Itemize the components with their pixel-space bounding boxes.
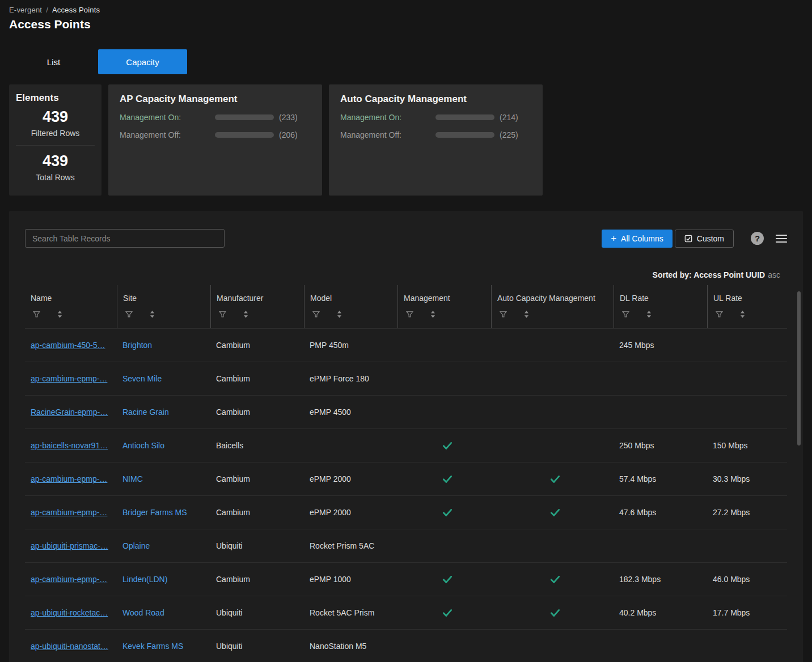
table-row: ap-baicells-novar91… Antioch Silo Baicel… (25, 428, 787, 462)
sort-icon[interactable] (646, 310, 652, 319)
ap-capacity-card-title: AP Capacity Management (120, 94, 311, 105)
auto-capacity-check-icon (549, 607, 561, 618)
column-header-name[interactable]: Name (25, 285, 117, 328)
ul-rate-cell: 17.7 Mbps (713, 608, 750, 617)
ap-name-link[interactable]: ap-cambium-450-5… (31, 341, 105, 350)
sort-icon[interactable] (57, 310, 62, 319)
ap-name-link[interactable]: RacineGrain-epmp-… (31, 408, 108, 417)
auto-capacity-check-icon (549, 473, 561, 485)
ap-name-link[interactable]: ap-cambium-epmp-… (31, 508, 107, 517)
manufacturer-cell: Baicells (216, 441, 243, 450)
dl-rate-cell: 250 Mbps (619, 441, 654, 450)
ap-name-link[interactable]: ap-ubiquiti-rocketac… (31, 608, 108, 617)
filter-icon[interactable] (312, 311, 320, 318)
column-header-manufacturer[interactable]: Manufacturer (210, 285, 304, 328)
sort-icon[interactable] (430, 310, 435, 319)
table-row: ap-ubiquiti-nanostat… Kevek Farms MS Ubi… (25, 629, 787, 662)
menu-icon[interactable] (776, 234, 787, 243)
plus-icon: + (611, 234, 616, 243)
column-label: Auto Capacity Management (497, 294, 610, 303)
filter-icon[interactable] (622, 311, 629, 318)
model-cell: ePMP 4500 (310, 408, 351, 417)
ap-name-link[interactable]: ap-ubiquiti-prismac-… (31, 541, 108, 550)
column-label: Site (123, 294, 207, 303)
column-header-management[interactable]: Management (397, 285, 491, 328)
management-on-bar (215, 114, 274, 120)
column-header-model[interactable]: Model (304, 285, 397, 328)
auto-management-on-label: Management On: (340, 113, 435, 122)
column-header-site[interactable]: Site (117, 285, 210, 328)
sorted-by: Sorted by: Access Point UUIDasc (25, 270, 787, 281)
auto-management-off-label: Management Off: (340, 130, 435, 139)
model-cell: ePMP 2000 (310, 474, 351, 483)
site-link[interactable]: NIMC (122, 474, 143, 483)
model-cell: Rocket 5AC Prism (310, 608, 374, 617)
ap-name-link[interactable]: ap-baicells-novar91… (31, 441, 108, 450)
model-cell: ePMP 2000 (310, 508, 351, 517)
table-panel: + All Columns Custom ? Sorted by: Access… (9, 211, 803, 662)
site-link[interactable]: Racine Grain (122, 408, 169, 417)
column-header-ul-rate[interactable]: UL Rate (707, 285, 792, 328)
column-label: Name (31, 294, 113, 303)
manufacturer-cell: Cambium (216, 374, 250, 383)
manufacturer-cell: Ubiquiti (216, 642, 243, 651)
site-link[interactable]: Seven Mile (122, 374, 162, 383)
ap-capacity-off-row: Management Off: (206) (120, 130, 311, 140)
dl-rate-cell: 47.6 Mbps (619, 508, 656, 517)
manufacturer-cell: Ubiquiti (216, 541, 243, 550)
auto-capacity-on-row: Management On: (214) (340, 112, 531, 122)
all-columns-button[interactable]: + All Columns (602, 230, 673, 248)
column-header-dl-rate[interactable]: DL Rate (614, 285, 707, 328)
ul-rate-cell: 27.2 Mbps (713, 508, 750, 517)
auto-management-on-count: (214) (500, 113, 518, 122)
filter-icon[interactable] (125, 311, 133, 318)
view-tabs: List Capacity (9, 49, 803, 74)
tab-capacity[interactable]: Capacity (98, 49, 187, 74)
filtered-rows-label: Filtered Rows (16, 129, 95, 138)
sort-icon[interactable] (243, 310, 248, 319)
page-title: Access Points (9, 18, 803, 31)
sort-icon[interactable] (740, 310, 745, 319)
filter-icon[interactable] (33, 311, 40, 318)
column-header-auto-capacity-management[interactable]: Auto Capacity Management (491, 285, 614, 328)
custom-label: Custom (697, 234, 724, 243)
site-link[interactable]: Wood Road (122, 608, 164, 617)
site-link[interactable]: Brighton (122, 341, 152, 350)
sort-icon[interactable] (524, 310, 529, 319)
sort-icon[interactable] (337, 310, 342, 319)
ap-name-link[interactable]: ap-cambium-epmp-… (31, 474, 107, 483)
breadcrumb-root[interactable]: E-vergent (9, 6, 42, 14)
custom-columns-button[interactable]: Custom (675, 230, 734, 248)
auto-management-on-bar (435, 114, 494, 120)
sort-icon[interactable] (150, 310, 155, 319)
management-on-label: Management On: (120, 113, 215, 122)
filter-icon[interactable] (406, 311, 413, 318)
management-on-count: (233) (279, 113, 298, 122)
column-label: DL Rate (620, 294, 704, 303)
filter-icon[interactable] (219, 311, 226, 318)
auto-capacity-check-icon (549, 507, 561, 518)
table-scrollbar[interactable] (797, 291, 801, 662)
filter-icon[interactable] (716, 311, 723, 318)
ul-rate-cell: 30.3 Mbps (713, 474, 750, 483)
filter-icon[interactable] (500, 311, 507, 318)
site-link[interactable]: Kevek Farms MS (122, 642, 183, 651)
management-off-bar (215, 132, 274, 138)
ap-name-link[interactable]: ap-ubiquiti-nanostat… (31, 642, 108, 651)
ap-capacity-card: AP Capacity Management Management On: (2… (108, 84, 322, 196)
auto-management-off-count: (225) (500, 130, 518, 139)
help-icon[interactable]: ? (751, 232, 764, 245)
ap-capacity-on-row: Management On: (233) (120, 112, 311, 122)
search-input[interactable] (25, 229, 225, 248)
tab-list[interactable]: List (9, 49, 98, 74)
site-link[interactable]: Linden(LDN) (122, 575, 167, 584)
site-link[interactable]: Oplaine (122, 541, 150, 550)
model-cell: ePMP 1000 (310, 575, 351, 584)
scrollbar-thumb[interactable] (797, 291, 801, 445)
ap-name-link[interactable]: ap-cambium-epmp-… (31, 374, 107, 383)
ul-rate-cell: 150 Mbps (713, 441, 747, 450)
site-link[interactable]: Antioch Silo (122, 441, 164, 450)
ap-name-link[interactable]: ap-cambium-epmp-… (31, 575, 107, 584)
manufacturer-cell: Cambium (216, 341, 250, 350)
site-link[interactable]: Bridger Farms MS (122, 508, 187, 517)
